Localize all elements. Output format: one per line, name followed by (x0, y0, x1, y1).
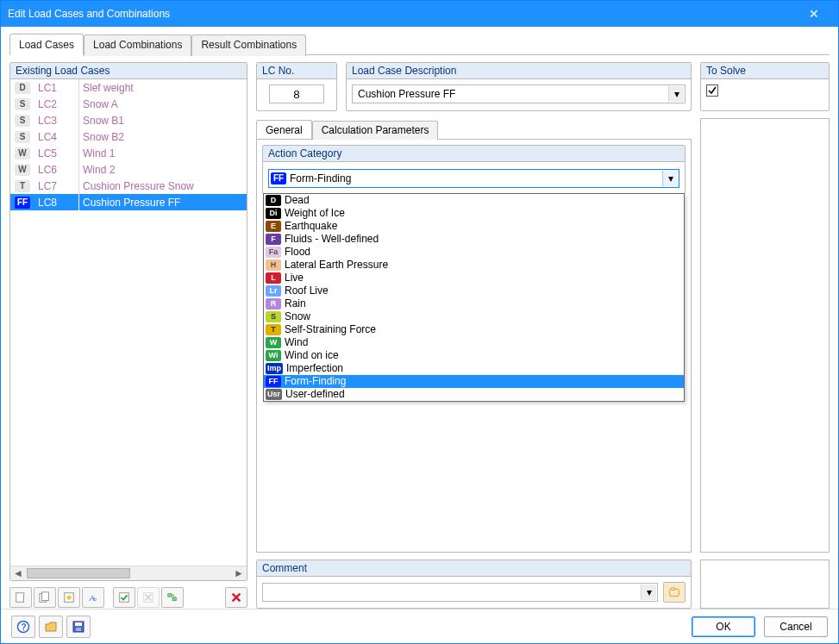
svg-rect-2 (42, 592, 49, 601)
bottom-row: Comment ▾ (256, 560, 830, 609)
right-pane: LC No. Load Case Description Cushion Pre… (256, 62, 830, 609)
existing-load-cases: Existing Load Cases DLC1Slef weightSLC2S… (9, 62, 247, 581)
left-toolbar: Ab (9, 586, 247, 609)
panel-area: Existing Load Cases DLC1Slef weightSLC2S… (9, 55, 830, 609)
chevron-down-icon: ▾ (641, 585, 656, 600)
table-row[interactable]: SLC3Snow B1 (10, 112, 247, 128)
copy-button[interactable] (34, 587, 56, 608)
table-row[interactable]: FFLC8Cushion Pressure FF (10, 194, 247, 210)
svg-rect-16 (75, 622, 82, 626)
uncheck-button (137, 587, 160, 608)
existing-title: Existing Load Cases (10, 63, 247, 79)
tab-load-combinations[interactable]: Load Combinations (84, 34, 191, 56)
action-category-group: Action Category FF Form-Finding ▾ (262, 145, 686, 194)
new-button[interactable] (9, 587, 32, 608)
svg-text:b: b (94, 597, 97, 602)
dropdown-option[interactable]: FaFlood (264, 246, 684, 259)
svg-rect-0 (16, 593, 24, 603)
table-row[interactable]: SLC4Snow B2 (10, 128, 247, 145)
description-select[interactable]: Cushion Pressure FF ▾ (352, 84, 686, 103)
description-title: Load Case Description (347, 63, 691, 79)
action-category-selected: Form-Finding (290, 172, 351, 184)
tab-calculation-parameters[interactable]: Calculation Parameters (312, 121, 439, 140)
dropdown-option[interactable]: LrRoof Live (264, 284, 684, 297)
main-tabs: Load Cases Load Combinations Result Comb… (9, 34, 830, 55)
dropdown-option[interactable]: FFluids - Well-defined (264, 233, 684, 246)
svg-rect-17 (76, 628, 81, 631)
dropdown-option[interactable]: RRain (264, 297, 684, 310)
description-value: Cushion Pressure FF (358, 88, 455, 100)
comment-select[interactable]: ▾ (262, 583, 658, 602)
chevron-down-icon: ▾ (662, 171, 678, 186)
dropdown-option[interactable]: DiWeight of Ice (264, 207, 684, 220)
table-row[interactable]: SLC2Snow A (10, 96, 247, 112)
ok-button[interactable]: OK (692, 616, 755, 637)
left-pane: Existing Load Cases DLC1Slef weightSLC2S… (9, 62, 247, 609)
dropdown-option[interactable]: UsrUser-defined (264, 388, 684, 401)
action-category-dropdown[interactable]: DDeadDiWeight of IceEEarthquakeFFluids -… (263, 193, 685, 402)
comment-group: Comment ▾ (256, 560, 692, 609)
table-row[interactable]: DLC1Slef weight (10, 79, 247, 96)
detail-row: LC No. Load Case Description Cushion Pre… (256, 62, 830, 111)
lc-no-input[interactable] (269, 84, 324, 103)
to-solve-title: To Solve (701, 63, 829, 79)
lc-no-group: LC No. (256, 62, 337, 111)
dropdown-option[interactable]: TSelf-Straining Force (264, 323, 684, 336)
save-button[interactable] (66, 616, 91, 638)
svg-text:?: ? (22, 622, 27, 632)
dialog-window: Edit Load Cases and Combinations ✕ Load … (0, 0, 839, 644)
action-category-title: Action Category (263, 146, 685, 162)
delete-button[interactable] (225, 587, 247, 608)
to-solve-checkbox[interactable] (706, 84, 718, 97)
inner-tabs: General Calculation Parameters (256, 120, 692, 139)
footer: ? OK Cancel (1, 609, 838, 643)
check-button[interactable] (113, 587, 135, 608)
general-panel: Action Category FF Form-Finding ▾ (256, 139, 692, 553)
close-icon[interactable]: ✕ (797, 7, 831, 21)
load-case-table: DLC1Slef weightSLC2Snow ASLC3Snow B1SLC4… (10, 79, 247, 566)
rename-button[interactable]: Ab (82, 587, 104, 608)
dropdown-option[interactable]: HLateral Earth Pressure (264, 259, 684, 272)
open-button[interactable] (39, 616, 63, 638)
description-group: Load Case Description Cushion Pressure F… (346, 62, 692, 111)
help-button[interactable]: ? (11, 616, 35, 638)
dropdown-option[interactable]: WiWind on ice (264, 349, 684, 362)
comment-pick-button[interactable] (663, 582, 686, 603)
scroll-thumb[interactable] (27, 568, 130, 578)
dropdown-option[interactable]: LLive (264, 272, 684, 284)
bottom-right-panel (700, 560, 830, 609)
dropdown-option[interactable]: FFForm-Finding (264, 375, 684, 388)
dropdown-option[interactable]: EEarthquake (264, 220, 684, 233)
window-title: Edit Load Cases and Combinations (8, 8, 170, 20)
table-row[interactable]: TLC7Cushion Pressure Snow (10, 178, 247, 194)
chevron-down-icon: ▾ (668, 86, 684, 102)
table-row[interactable]: WLC5Wind 1 (10, 145, 247, 161)
action-category-select[interactable]: FF Form-Finding ▾ (268, 169, 679, 188)
scroll-left-icon[interactable]: ◄ (12, 567, 24, 579)
scroll-right-icon[interactable]: ► (233, 567, 245, 579)
tab-general[interactable]: General (256, 120, 312, 139)
dropdown-option[interactable]: DDead (264, 194, 684, 207)
selected-tag-icon: FF (271, 172, 286, 184)
wizard-button[interactable] (58, 587, 80, 608)
content: Load Cases Load Combinations Result Comb… (1, 27, 838, 609)
horizontal-scrollbar[interactable]: ◄ ► (10, 566, 247, 580)
titlebar: Edit Load Cases and Combinations ✕ (1, 1, 838, 27)
svg-rect-9 (168, 594, 172, 597)
select-button[interactable] (161, 587, 184, 608)
svg-point-4 (66, 595, 71, 599)
svg-rect-12 (672, 588, 675, 591)
dropdown-option[interactable]: ImpImperfection (264, 362, 684, 375)
lc-no-title: LC No. (257, 63, 336, 79)
cancel-button[interactable]: Cancel (764, 616, 828, 637)
tab-result-combinations[interactable]: Result Combinations (191, 34, 306, 56)
preview-panel (700, 118, 830, 553)
comment-title: Comment (257, 560, 691, 577)
dropdown-option[interactable]: WWind (264, 336, 684, 349)
inner-tabs-row: General Calculation Parameters Action Ca… (256, 118, 830, 553)
to-solve-group: To Solve (700, 62, 830, 111)
svg-rect-7 (120, 593, 129, 603)
table-row[interactable]: WLC6Wind 2 (10, 161, 247, 178)
tab-load-cases[interactable]: Load Cases (9, 34, 84, 55)
dropdown-option[interactable]: SSnow (264, 310, 684, 323)
